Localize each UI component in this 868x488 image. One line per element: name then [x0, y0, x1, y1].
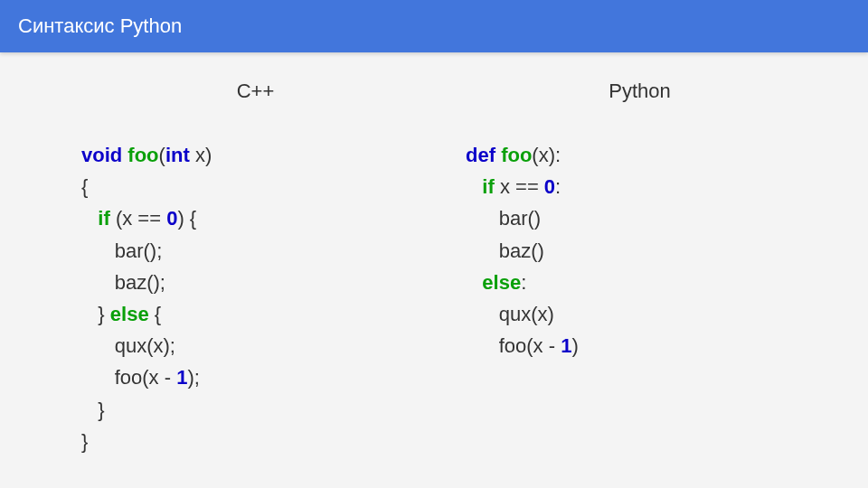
cpp-cond-zero: 0: [166, 207, 177, 230]
cpp-keyword-void: void: [81, 144, 122, 166]
py-param: x: [539, 144, 549, 166]
py-keyword-else: else: [482, 271, 521, 294]
cpp-paren-close: ): [205, 144, 212, 166]
cpp-semi-3: ;: [170, 334, 175, 357]
cpp-if-close: ) {: [177, 207, 196, 230]
cpp-paren-open: (: [159, 144, 165, 166]
py-call-foo-pre: foo(x -: [499, 334, 561, 357]
cpp-call-foo-post: ): [187, 366, 193, 389]
py-call-foo-post: ): [571, 334, 578, 357]
column-python: Python def foo(x): if x == 0: bar() baz(…: [466, 80, 814, 457]
column-cpp: C++ void foo(int x) { if (x == 0) { bar(…: [81, 80, 429, 457]
py-cond-lhs: x ==: [500, 175, 544, 198]
cpp-call-foo-pre: foo(x -: [115, 366, 176, 389]
cpp-cond-lhs: x ==: [122, 207, 166, 230]
cpp-brace-mid-close: }: [98, 303, 109, 325]
cpp-code-block: void foo(int x) { if (x == 0) { bar(); b…: [81, 139, 429, 457]
py-keyword-if: if: [482, 175, 494, 198]
py-keyword-def: def: [466, 144, 495, 166]
cpp-semi-4: ;: [194, 366, 200, 389]
cpp-keyword-if: if: [98, 207, 109, 230]
cpp-brace-outer-close: }: [81, 430, 88, 453]
column-cpp-title: C++: [81, 80, 429, 103]
cpp-semi-2: ;: [160, 271, 165, 294]
cpp-keyword-int: int: [165, 144, 190, 166]
py-call-qux: qux(x): [499, 303, 554, 325]
py-call-baz: baz(): [499, 239, 544, 262]
py-paren-close: ):: [549, 144, 561, 166]
slide-title: Синтаксис Python: [18, 14, 182, 37]
cpp-else-open: {: [149, 303, 161, 325]
column-python-title: Python: [466, 80, 814, 103]
py-one: 1: [561, 334, 571, 357]
cpp-keyword-else: else: [110, 303, 149, 325]
py-cond-zero: 0: [544, 175, 555, 198]
py-colon-if: :: [555, 175, 561, 198]
python-code-block: def foo(x): if x == 0: bar() baz() else:…: [466, 139, 814, 361]
cpp-call-bar: bar(): [115, 239, 156, 262]
py-paren-open: (: [532, 144, 538, 166]
cpp-one: 1: [176, 366, 187, 389]
cpp-param: x: [195, 144, 205, 166]
cpp-semi-1: ;: [156, 239, 162, 262]
cpp-function-name: foo: [127, 144, 158, 166]
slide-header: Синтаксис Python: [0, 0, 868, 52]
py-colon-else: :: [521, 271, 526, 294]
py-function-name: foo: [501, 144, 532, 166]
cpp-call-baz: baz(): [115, 271, 160, 294]
cpp-brace-open: {: [81, 175, 88, 198]
py-call-bar: bar(): [499, 207, 541, 230]
cpp-brace-inner-close: }: [98, 399, 104, 421]
slide-content: C++ void foo(int x) { if (x == 0) { bar(…: [0, 52, 868, 457]
cpp-call-qux: qux(x): [115, 334, 170, 357]
